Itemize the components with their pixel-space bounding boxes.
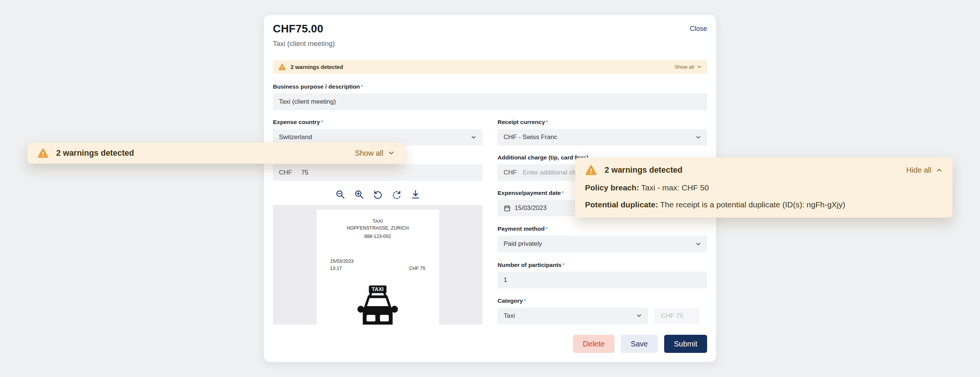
rotate-left-icon[interactable] [373, 189, 383, 199]
warnings-banner-text: 2 warnings detected [291, 64, 343, 70]
receipt-date: 15/03/2023 [330, 258, 354, 265]
chevron-down-icon [695, 135, 701, 140]
payment-method-select[interactable]: Paid privately [498, 235, 707, 252]
warning-icon [585, 164, 597, 176]
close-button[interactable]: Close [690, 25, 707, 33]
show-all-button[interactable]: Show all [355, 149, 395, 157]
chevron-down-icon [695, 241, 701, 247]
chevron-down-icon [636, 313, 642, 318]
expense-amount-title: CHF75.00 [273, 22, 323, 35]
warnings-count-text: 2 warnings detected [605, 165, 682, 175]
warnings-callout-collapsed: 2 warnings detected Show all [27, 143, 404, 164]
field-category: Category* Taxi CHF 75 [498, 297, 707, 324]
svg-text:TAXI: TAXI [372, 286, 383, 292]
receipt-merchant: TAXI [330, 218, 426, 225]
category-amount-display: CHF 75 [654, 308, 700, 324]
field-business-purpose: Business purpose / description* Taxi (cl… [273, 83, 707, 110]
warnings-callout-expanded: 2 warnings detected Hide all Policy brea… [575, 157, 953, 218]
zoom-out-icon[interactable] [335, 189, 345, 199]
warning-icon [278, 63, 286, 71]
receipt-viewer: TAXI HOPFENSTRASSE, ZURICH 888-123-002 1… [273, 189, 482, 325]
modal-header: CHF75.00 Close [273, 22, 707, 35]
rotate-right-icon[interactable] [391, 189, 402, 199]
zoom-in-icon[interactable] [354, 189, 364, 199]
chevron-down-icon [697, 64, 702, 69]
field-expense-country: Expense country* Switzerland [273, 118, 482, 146]
receipt-phone: 888-123-002 [330, 234, 426, 239]
taxi-icon: TAXI [330, 282, 426, 325]
warnings-count-text: 2 warnings detected [56, 148, 134, 158]
receipt-amount-input[interactable]: CHF 75 [273, 164, 482, 181]
field-payment-method: Payment method* Paid privately [498, 225, 707, 252]
participants-input[interactable]: 1 [498, 272, 707, 288]
field-participants: Number of participants* 1 [498, 261, 707, 288]
warning-potential-duplicate: Potential duplicate: The receipt is a po… [585, 199, 943, 210]
receipt-preview: TAXI HOPFENSTRASSE, ZURICH 888-123-002 1… [273, 205, 482, 325]
chevron-down-icon [471, 135, 476, 140]
calendar-icon [504, 205, 511, 212]
expense-subtitle: Taxi (client meeting) [273, 40, 707, 48]
hide-all-button[interactable]: Hide all [906, 166, 943, 175]
receipt-currency-select[interactable]: CHF - Swiss Franc [498, 129, 707, 146]
receipt-toolbar [273, 189, 482, 199]
receipt-time: 13:17 [330, 265, 354, 272]
category-select[interactable]: Taxi [498, 308, 648, 324]
download-icon[interactable] [410, 189, 421, 199]
chevron-up-icon [936, 167, 943, 173]
modal-actions: Delete Save Submit [573, 335, 707, 353]
receipt-address: HOPFENSTRASSE, ZURICH [330, 225, 426, 231]
warnings-banner: 2 warnings detected Show all [273, 60, 707, 74]
delete-button[interactable]: Delete [573, 335, 614, 353]
warning-icon [37, 147, 49, 159]
save-button[interactable]: Save [621, 335, 658, 353]
chevron-down-icon [388, 150, 395, 156]
business-purpose-input[interactable]: Taxi (client meeting) [273, 94, 707, 110]
field-receipt-currency: Receipt currency* CHF - Swiss Franc [498, 118, 707, 146]
warning-policy-breach: Policy breach: Taxi - max: CHF 50 [585, 183, 943, 193]
submit-button[interactable]: Submit [664, 335, 707, 353]
show-all-warnings-button[interactable]: Show all [675, 64, 702, 70]
receipt-image: TAXI HOPFENSTRASSE, ZURICH 888-123-002 1… [317, 210, 439, 325]
receipt-total: CHF 75 [409, 265, 425, 272]
